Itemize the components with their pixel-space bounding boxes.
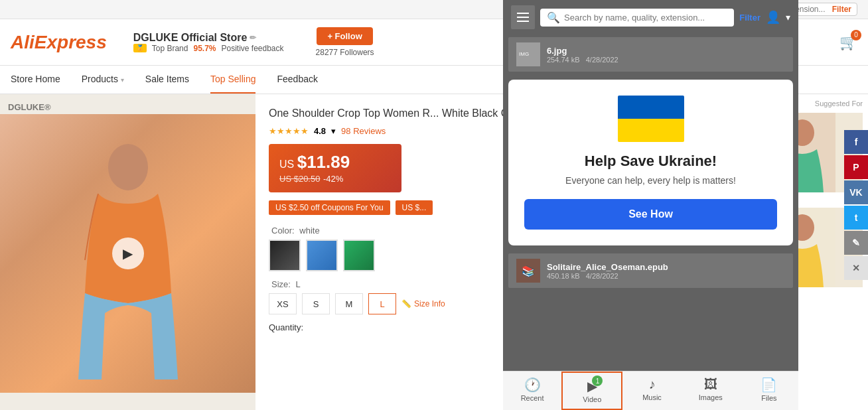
color-swatch-green[interactable] — [343, 239, 375, 271]
pinterest-button[interactable]: P — [844, 155, 868, 179]
twitter-button[interactable]: t — [844, 206, 868, 230]
rating-dropdown[interactable]: ▾ — [331, 126, 336, 136]
music-icon: ♪ — [649, 377, 656, 392]
close-social-button[interactable]: ✕ — [844, 256, 868, 280]
play-button[interactable]: ▶ — [112, 238, 144, 269]
positive-feedback-pct: 95.7% — [193, 44, 216, 53]
file-thumb-2: 📚 — [516, 259, 540, 283]
size-info[interactable]: 📏 Size Info — [401, 299, 445, 308]
size-btn-xs[interactable]: XS — [269, 293, 297, 314]
color-value: white — [299, 226, 319, 236]
video-badge: 1 — [592, 376, 603, 386]
tab-recent[interactable]: 🕐 Recent — [503, 372, 561, 410]
stars: ★★★★★ — [269, 126, 309, 136]
file-date-2: 4/28/2022 — [586, 272, 618, 280]
hamburger-line-1 — [517, 13, 529, 14]
file-thumbnail-img: IMG — [516, 42, 540, 66]
tab-video[interactable]: ▶ Video 1 — [561, 372, 622, 410]
overlay-top-bar: 🔍 Filter 👤 ▾ — [503, 0, 798, 34]
edit-icon[interactable]: ✏ — [250, 33, 256, 42]
cart-badge: 0 — [851, 30, 861, 40]
filter-button[interactable]: Filter — [832, 5, 851, 14]
file-meta-2: 450.18 kB 4/28/2022 — [547, 272, 785, 280]
file-date-1: 4/28/2022 — [586, 56, 618, 64]
images-icon: 🖼 — [704, 377, 717, 392]
tab-music[interactable]: ♪ Music — [622, 372, 681, 410]
brand-badge: 🏅 — [133, 44, 147, 52]
cart-icon[interactable]: 🛒 0 — [839, 34, 857, 51]
overlay-tabs: 🕐 Recent ▶ Video 1 ♪ Music 🖼 Images 📄 Fi… — [503, 371, 798, 410]
tab-files[interactable]: 📄 Files — [740, 372, 798, 410]
edit-button[interactable]: ✎ — [844, 231, 868, 255]
price-value: $11.89 — [297, 152, 350, 172]
nav-top-selling[interactable]: Top Selling — [210, 66, 256, 94]
color-swatch-black[interactable] — [269, 239, 301, 271]
file-size-1: 254.74 kB — [547, 56, 580, 64]
tab-video-label: Video — [583, 395, 601, 403]
overlay-filter-label[interactable]: Filter — [739, 13, 760, 23]
nav-store-home[interactable]: Store Home — [11, 66, 60, 94]
store-meta: 🏅 Top Brand 95.7% Positive feedback — [133, 44, 284, 53]
store-info: DGLUKE Official Store ✏ 🏅 Top Brand 95.7… — [133, 32, 284, 53]
nav-sale-items[interactable]: Sale Items — [145, 66, 189, 94]
price-meta: US $20.50 -42% — [279, 172, 391, 184]
logo-area: AliExpress — [11, 32, 107, 53]
color-swatch-blue[interactable] — [306, 239, 338, 271]
follow-button[interactable]: Follow — [317, 27, 372, 45]
files-icon: 📄 — [760, 377, 777, 393]
file-name-2: Solitaire_Alice_Oseman.epub — [547, 262, 785, 272]
svg-point-0 — [108, 144, 148, 190]
ukraine-modal-title: Help Save Ukraine! — [585, 153, 717, 170]
brand-top-label: Top Brand — [152, 44, 188, 53]
recent-icon: 🕐 — [524, 377, 541, 393]
social-sidebar: f P VK t ✎ ✕ — [844, 130, 868, 280]
size-btn-s[interactable]: S — [302, 293, 330, 314]
ukraine-flag — [618, 96, 684, 142]
ruler-icon: 📏 — [401, 299, 411, 308]
nav-feedback[interactable]: Feedback — [277, 66, 317, 94]
file-size-2: 450.18 kB — [547, 272, 580, 280]
followers-count: 28277 Followers — [316, 48, 374, 57]
positive-feedback-label: Positive feedback — [221, 44, 283, 53]
tab-recent-label: Recent — [521, 394, 544, 402]
dropdown-arrow[interactable]: ▾ — [786, 12, 790, 23]
ukraine-modal-subtitle: Everyone can help, every help is matters… — [565, 175, 736, 186]
vk-button[interactable]: VK — [844, 180, 868, 204]
review-count[interactable]: 98 Reviews — [341, 126, 386, 136]
overlay-search-icon: 🔍 — [547, 11, 560, 24]
original-price: US $20.50 — [279, 174, 320, 184]
tab-music-label: Music — [642, 393, 662, 401]
file-item-2[interactable]: 📚 Solitaire_Alice_Oseman.epub 450.18 kB … — [508, 253, 793, 288]
file-thumb-1: IMG — [516, 42, 540, 66]
svg-text:IMG: IMG — [519, 51, 529, 57]
coupon-tag-1[interactable]: US $2.50 off Coupons For You — [269, 200, 390, 215]
current-price: US $11.89 — [279, 152, 391, 172]
facebook-button[interactable]: f — [844, 130, 868, 154]
hamburger-button[interactable] — [511, 5, 535, 29]
coupon-tag-2[interactable]: US $... — [396, 200, 433, 215]
nav-products[interactable]: Products ▾ — [82, 66, 124, 94]
hamburger-line-2 — [517, 17, 529, 18]
ukraine-modal: Help Save Ukraine! Everyone can help, ev… — [508, 80, 793, 245]
size-btn-m[interactable]: M — [335, 293, 363, 314]
tab-images[interactable]: 🖼 Images — [682, 372, 740, 410]
size-info-label: Size Info — [414, 299, 445, 308]
see-how-button[interactable]: See How — [524, 199, 777, 230]
rating-score: 4.8 — [314, 126, 326, 136]
overlay-panel: 🔍 Filter 👤 ▾ IMG 6.jpg 254.74 kB 4/28/20… — [503, 0, 798, 410]
tab-files-label: Files — [761, 394, 776, 402]
price-box: US $11.89 US $20.50 -42% — [269, 144, 401, 192]
products-arrow: ▾ — [121, 76, 124, 84]
flag-yellow — [618, 119, 684, 142]
overlay-search-input[interactable] — [564, 13, 727, 23]
header-right: 🛒 0 — [839, 34, 857, 51]
watermark: DGLUKE® — [8, 102, 50, 112]
currency-label: US — [279, 159, 297, 170]
logo: AliExpress — [11, 32, 107, 53]
file-item-1[interactable]: IMG 6.jpg 254.74 kB 4/28/2022 — [508, 37, 793, 72]
file-meta-1: 254.74 kB 4/28/2022 — [547, 56, 785, 64]
size-btn-l[interactable]: L — [368, 293, 396, 314]
overlay-search-container: 🔍 — [540, 9, 734, 27]
user-icon[interactable]: 👤 — [766, 10, 780, 25]
file-info-1: 6.jpg 254.74 kB 4/28/2022 — [547, 46, 785, 64]
